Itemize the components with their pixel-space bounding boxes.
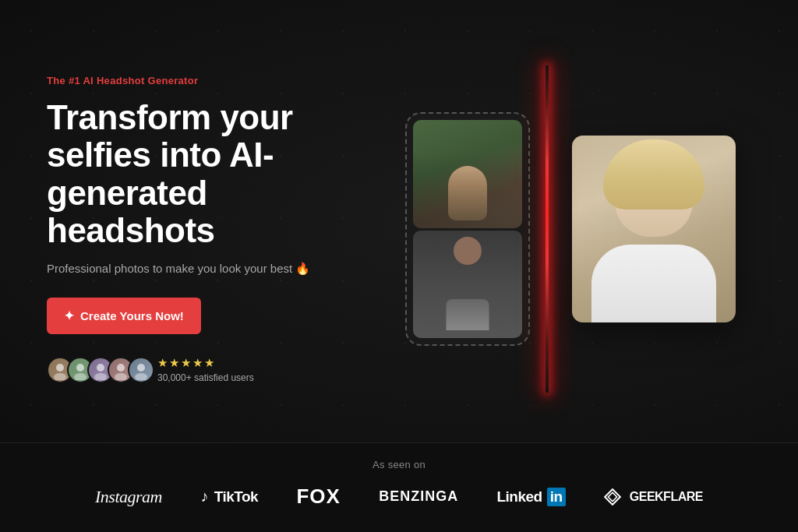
page-container: The #1 AI Headshot Generator Transform y…: [0, 0, 798, 532]
avatar: [128, 357, 154, 383]
linkedin-in: in: [547, 488, 566, 506]
logo-instagram: Instagram: [95, 487, 162, 507]
svg-point-1: [54, 373, 66, 380]
svg-point-7: [115, 373, 127, 380]
avatar-group: [47, 357, 148, 383]
proof-count: 30,000+ satisfied users: [157, 372, 254, 383]
logos-row: Instagram ♪ TikTok FOX BENZINGA Linkedin: [95, 484, 703, 509]
star-icon: ★: [181, 356, 191, 370]
geekflare-icon: [604, 488, 621, 506]
svg-point-2: [76, 364, 84, 372]
instagram-label: Instagram: [95, 487, 162, 507]
svg-point-9: [135, 373, 147, 380]
star-icon: ★: [157, 356, 168, 370]
hero-section: The #1 AI Headshot Generator Transform y…: [0, 0, 798, 442]
svg-point-6: [117, 364, 125, 372]
svg-point-4: [97, 364, 104, 372]
before-phone: [405, 112, 530, 346]
star-icon: ★: [192, 356, 203, 370]
laser-divider: [546, 65, 549, 393]
svg-point-3: [74, 373, 87, 380]
tiktok-icon: ♪: [200, 488, 208, 506]
geekflare-label: GEEKFLARE: [630, 490, 703, 504]
hero-title: Transform your selfies into AI-generated…: [47, 99, 343, 250]
cta-button[interactable]: ✦ Create Yours Now!: [47, 298, 201, 334]
svg-point-5: [94, 373, 107, 380]
sparkle-icon: ✦: [64, 308, 74, 323]
before-image-bottom: [413, 231, 522, 339]
star-rating: ★ ★ ★ ★ ★: [157, 356, 254, 370]
cta-label: Create Yours Now!: [80, 309, 184, 322]
social-proof: ★ ★ ★ ★ ★ 30,000+ satisfied users: [47, 356, 343, 383]
hero-badge: The #1 AI Headshot Generator: [47, 75, 343, 86]
fox-label: FOX: [296, 484, 340, 509]
after-headshot: [572, 136, 736, 322]
logo-linkedin: Linkedin: [496, 488, 565, 506]
logo-fox: FOX: [296, 484, 340, 509]
as-seen-on-section: As seen on Instagram ♪ TikTok FOX BENZIN…: [0, 442, 798, 532]
star-icon: ★: [204, 356, 214, 370]
svg-point-8: [137, 364, 145, 372]
logo-tiktok: ♪ TikTok: [200, 488, 258, 506]
hero-content-left: The #1 AI Headshot Generator Transform y…: [47, 75, 343, 384]
hero-subtitle: Professional photos to make you look you…: [47, 262, 343, 276]
tiktok-label: TikTok: [214, 488, 258, 506]
headshot-body: [591, 245, 716, 322]
as-seen-label: As seen on: [47, 459, 751, 470]
svg-rect-10: [605, 489, 620, 505]
before-image-top: [413, 120, 522, 228]
hero-images: [343, 65, 751, 393]
star-icon: ★: [169, 356, 179, 370]
benzinga-label: BENZINGA: [379, 488, 458, 505]
proof-text: ★ ★ ★ ★ ★ 30,000+ satisfied users: [157, 356, 254, 383]
linkedin-label: Linked: [496, 488, 542, 506]
logo-benzinga: BENZINGA: [379, 488, 458, 505]
svg-rect-11: [608, 492, 616, 501]
logo-geekflare: GEEKFLARE: [604, 488, 703, 506]
svg-point-0: [56, 364, 64, 372]
